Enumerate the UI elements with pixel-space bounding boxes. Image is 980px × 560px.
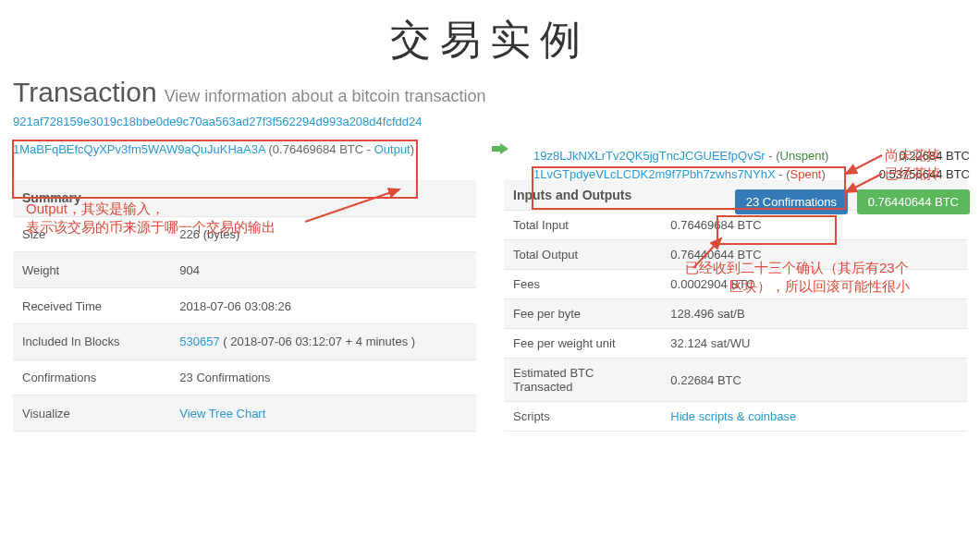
page-title: 交易实例 (0, 13, 980, 67)
table-row: Confirmations (13, 359, 170, 396)
table-row: Fees (504, 270, 661, 299)
outputs-block: 19z8LJkNXLrTv2QK5jgTncJCGUEEfpQvSr - (Un… (533, 147, 977, 214)
input-output-link[interactable]: Output (374, 142, 410, 156)
output-state: Spent (790, 167, 822, 181)
table-row: Fee per weight unit (504, 329, 661, 359)
output-address-link[interactable]: 1LvGTpdyeVLcLCDK2m9f7Pbh7zwhs7NYhX (533, 167, 776, 181)
table-row: Size (13, 216, 170, 252)
confirmations-badge: 23 Confirmations (735, 189, 848, 214)
transaction-details: 921af728159e3019c18bbe0de9c70aa563ad27f3… (13, 112, 967, 160)
table-row: Weight (13, 252, 170, 288)
hide-scripts-link[interactable]: Hide scripts & coinbase (670, 409, 796, 423)
io-table: Inputs and Outputs Total Input0.76469684… (504, 180, 967, 432)
table-row: Fee per byte (504, 299, 661, 329)
arrow-icon (492, 143, 508, 157)
table-row: Scripts (504, 402, 661, 432)
summary-title: Summary (13, 180, 476, 216)
view-tree-link[interactable]: View Tree Chart (179, 407, 265, 420)
input-value: (0.76469684 BTC - Output) (269, 142, 415, 156)
output-amount: 0.53756644 BTC (879, 165, 970, 184)
table-row: Visualize (13, 396, 170, 432)
output-address-link[interactable]: 19z8LJkNXLrTv2QK5jgTncJCGUEEfpQvSr (533, 149, 766, 163)
table-row: Estimated BTC Transacted (504, 359, 661, 402)
summary-table: Summary Size226 (bytes) Weight904 Receiv… (13, 180, 476, 432)
input-address-link[interactable]: 1MaBFqBEfcQyXPv3fm5WAW9aQuJuKHaA3A (13, 142, 265, 156)
tx-hash-link[interactable]: 921af728159e3019c18bbe0de9c70aa563ad27f3… (13, 115, 422, 128)
table-row: Received Time (13, 288, 170, 324)
output-amount: 0.22684 BTC (899, 147, 970, 165)
transaction-heading: Transaction View information about a bit… (13, 77, 967, 108)
heading-word: Transaction (13, 77, 157, 108)
table-row: Total Input (504, 211, 661, 240)
amount-badge: 0.76440644 BTC (857, 189, 970, 214)
table-row: Total Output (504, 240, 661, 270)
block-link[interactable]: 530657 (179, 335, 219, 348)
table-row: Included In Blocks (13, 323, 170, 359)
output-state: Unspent (780, 149, 825, 163)
heading-subtitle: View information about a bitcoin transac… (165, 87, 486, 106)
